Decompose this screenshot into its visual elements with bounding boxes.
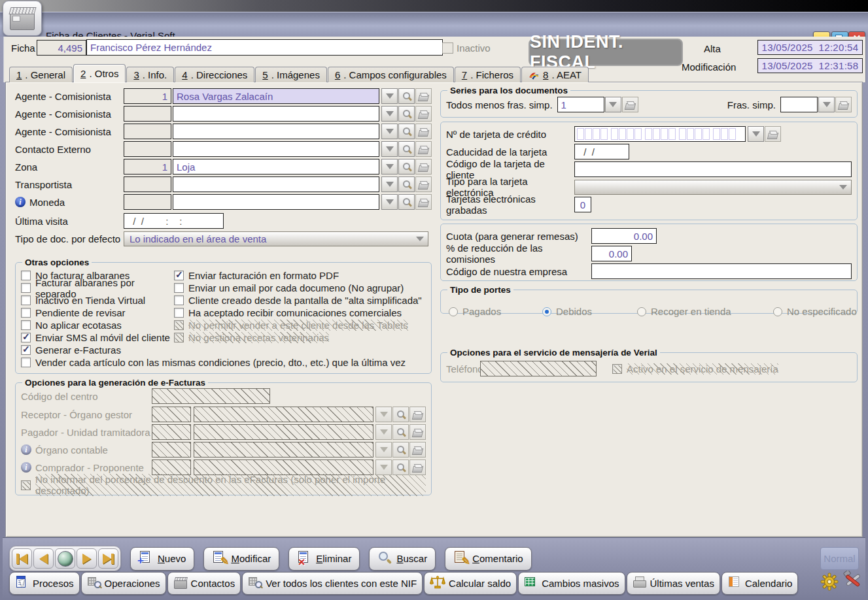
button-cambios-masivos[interactable]: Cambios masivos	[518, 572, 625, 595]
tools-icon[interactable]	[842, 571, 863, 593]
contacto-externo-text-field[interactable]	[173, 141, 379, 157]
ficha-number-field[interactable]: 4,495	[37, 40, 86, 56]
radio-label: Debidos	[556, 306, 592, 317]
button-procesos[interactable]: Procesos	[9, 572, 80, 595]
tarjeta-dropdown-button[interactable]	[748, 126, 764, 142]
search-button[interactable]	[398, 141, 415, 157]
search-button[interactable]	[398, 194, 415, 210]
reduccion-comisiones-field[interactable]: 0.00	[591, 246, 632, 261]
nav-last-button[interactable]	[98, 548, 118, 569]
agente-comisionista-code-field[interactable]: 1	[124, 88, 171, 104]
search-button[interactable]	[398, 106, 415, 122]
button-operaciones[interactable]: Operaciones	[81, 572, 166, 595]
card-digit-cell	[619, 128, 626, 140]
aeat-logo-icon	[529, 70, 540, 80]
card-digit-group	[713, 128, 736, 140]
organo-contable-label: iÓrgano contable	[21, 444, 152, 456]
agente-comisionista-text-field[interactable]	[173, 124, 379, 139]
dropdown-button[interactable]	[381, 124, 398, 139]
checkbox-generar-e-facturas[interactable]: Generar e-Facturas	[21, 344, 174, 356]
tab-otros[interactable]: 2. Otros	[73, 64, 126, 82]
dropdown-button[interactable]	[381, 194, 398, 210]
tab-aeat[interactable]: 8. AEAT	[521, 67, 589, 82]
checkbox-vender-cada-articulo-con-las-mismas-condiciones-precio-dto-etc-que-la-ultima-vez[interactable]: Vender cada artículo con las mismas cond…	[21, 356, 426, 369]
button-comentario[interactable]: ✎Comentario	[445, 547, 532, 571]
button-buscar[interactable]: Buscar	[369, 547, 436, 571]
button-eliminar[interactable]: ✕Eliminar	[288, 547, 360, 571]
dropdown-button[interactable]	[381, 106, 398, 122]
checkbox-pendiente-de-revisar[interactable]: Pendiente de revisar	[21, 307, 174, 319]
button-calcular-saldo[interactable]: Calcular saldo	[424, 572, 517, 595]
globe-button[interactable]	[55, 548, 75, 569]
checkbox-enviar-un-email-por-cada-documeno-no-agrupar[interactable]: Enviar un email por cada documeno (No ag…	[174, 282, 426, 294]
agente-comisionista-code-field[interactable]	[124, 106, 171, 122]
alta-date-field: 13/05/2025 12:20:54	[757, 40, 863, 55]
agente-comisionista-text-field[interactable]	[173, 106, 379, 122]
ultima-visita-field[interactable]: / / : :	[124, 213, 224, 229]
contacto-externo-code-field[interactable]	[124, 141, 171, 157]
tab-general[interactable]: 1. General	[9, 67, 73, 82]
telefono-field	[480, 361, 597, 376]
moneda-code-field[interactable]	[124, 194, 171, 210]
dropdown-button[interactable]	[381, 141, 398, 157]
card-digit-cell	[593, 128, 600, 140]
tab-campos-configurables[interactable]: 6. Campos configurables	[328, 67, 454, 82]
search-button[interactable]	[398, 159, 415, 175]
agente-comisionista-code-field[interactable]	[124, 124, 171, 139]
checkbox-enviar-sms-al-movil-del-cliente[interactable]: Enviar SMS al móvil del cliente	[21, 331, 174, 344]
transportista-code-field[interactable]	[124, 176, 171, 192]
serie-todos-dropdown-button[interactable]	[605, 97, 621, 112]
tab-imagenes[interactable]: 5. Imágenes	[255, 67, 327, 82]
tarjetas-grabadas-field: 0	[574, 197, 591, 212]
radio-debidos: Debidos	[542, 306, 592, 317]
transportista-label: Transportista	[15, 179, 124, 190]
settings-gear-icon[interactable]	[820, 573, 839, 593]
button-label: Eliminar	[316, 553, 351, 564]
radio-label: Recoger en tienda	[651, 306, 731, 317]
chevron-down-icon	[386, 129, 394, 134]
codigo-empresa-field[interactable]	[591, 263, 852, 279]
dropdown-button[interactable]	[381, 88, 398, 104]
search-button[interactable]	[398, 88, 415, 104]
cuota-field[interactable]: 0.00	[591, 228, 657, 244]
search-icon	[396, 410, 406, 419]
client-name-field[interactable]: Francisco Pérez Hernández	[86, 39, 443, 56]
button-nuevo[interactable]: +Nuevo	[130, 547, 194, 571]
caducidad-field[interactable]: / /	[574, 144, 629, 159]
serie-todos-field[interactable]: 1	[557, 97, 604, 112]
zona-text-field[interactable]: Loja	[173, 159, 379, 175]
transportista-text-field[interactable]	[173, 176, 379, 192]
tarjeta-credito-field[interactable]	[574, 126, 746, 142]
dropdown-button[interactable]	[381, 176, 398, 192]
button-modificar[interactable]: ✎Modificar	[203, 547, 279, 571]
checkbox-facturar-albaranes-por-separado[interactable]: Facturar albaranes por separado	[21, 282, 174, 294]
nav-next-button[interactable]	[77, 548, 97, 569]
tab-direcciones[interactable]: 4. Direcciones	[175, 67, 254, 82]
button-label: Contactos	[191, 578, 235, 589]
button-ver-todos-los-clientes-con-este-nif[interactable]: Ver todos los clientes con este NIF	[242, 572, 423, 595]
zona-code-field[interactable]: 1	[124, 159, 171, 175]
checkbox-no-aplicar-ecotasas[interactable]: No aplicar ecotasas	[21, 319, 174, 331]
button-ultimas-ventas[interactable]: Últimas ventas	[627, 572, 720, 595]
tab-info[interactable]: 3. Info.	[126, 67, 174, 82]
tipo-doc-dropdown[interactable]: Lo indicado en el área de venta	[124, 231, 428, 246]
checkbox-box	[174, 283, 184, 293]
nav-prev-button[interactable]	[33, 548, 54, 569]
serie-fras-dropdown-button[interactable]	[818, 97, 835, 112]
agente-comisionista-text-field[interactable]: Rosa Vargas Zalacaín	[173, 88, 379, 104]
search-button[interactable]	[398, 124, 415, 139]
button-contactos[interactable]: Contactos	[167, 572, 241, 595]
nav-first-button[interactable]	[12, 548, 32, 569]
checkbox-enviar-facturacion-en-formato-pdf[interactable]: Enviar facturación en formato PDF	[174, 269, 426, 282]
checkbox-ha-aceptado-recibir-comunicaciones-comerciales[interactable]: Ha aceptado recibir comunicaciones comer…	[174, 307, 426, 319]
tab-ficheros[interactable]: 7. Ficheros	[455, 67, 521, 82]
checkbox-cliente-creado-desde-la-pantalla-de-alta-simplificada[interactable]: Cliente creado desde la pantalla de "alt…	[174, 294, 426, 307]
tipo-tarjeta-dropdown[interactable]	[574, 180, 852, 195]
search-button[interactable]	[398, 176, 415, 192]
moneda-text-field[interactable]	[173, 194, 379, 210]
codigo-centro-field	[152, 388, 270, 404]
codigo-tarjeta-field[interactable]	[574, 161, 852, 177]
button-calendario[interactable]: Calendario	[721, 572, 799, 595]
dropdown-button[interactable]	[381, 159, 398, 175]
serie-fras-field[interactable]	[780, 97, 818, 112]
